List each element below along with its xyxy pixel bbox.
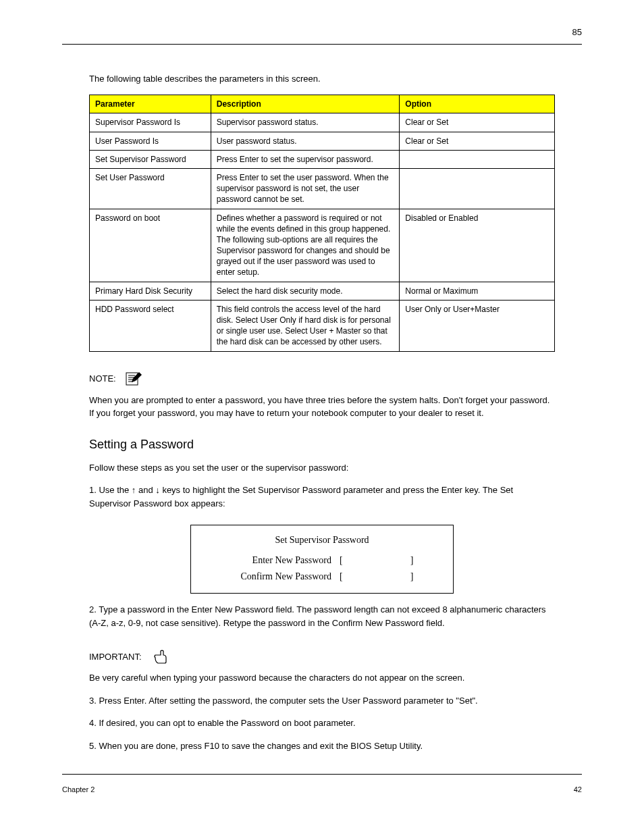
intro-text: The following table describes the parame… bbox=[89, 73, 582, 85]
subhead-setting-password: Setting a Password bbox=[89, 438, 582, 452]
note-label: NOTE: bbox=[89, 373, 116, 384]
footer-chapter: Chapter 2 bbox=[62, 785, 95, 793]
footer-page: 42 bbox=[574, 785, 582, 793]
table-cell: User Password Is bbox=[90, 132, 211, 150]
table-cell: Select the hard disk security mode. bbox=[211, 282, 400, 300]
table-cell: Clear or Set bbox=[400, 132, 555, 150]
para-follow-steps: Follow these steps as you set the user o… bbox=[89, 461, 555, 475]
set-supervisor-password-dialog: Set Supervisor Password Enter New Passwo… bbox=[190, 525, 454, 594]
table-cell: User password status. bbox=[211, 132, 400, 150]
step-3: 3. Press Enter. After setting the passwo… bbox=[89, 694, 555, 708]
table-cell: Press Enter to set the supervisor passwo… bbox=[211, 150, 400, 168]
step-1: 1. Use the ↑ and ↓ keys to highlight the… bbox=[89, 484, 555, 510]
header-rule bbox=[62, 44, 582, 45]
table-cell: Defines whether a password is required o… bbox=[211, 209, 400, 282]
table-cell: This field controls the access level of … bbox=[211, 300, 400, 351]
table-cell: Normal or Maximum bbox=[400, 282, 555, 300]
bracket-close: ] bbox=[410, 571, 414, 582]
bracket-open: [ bbox=[340, 571, 343, 582]
table-row: Primary Hard Disk SecuritySelect the har… bbox=[90, 282, 555, 300]
note-body: When you are prompted to enter a passwor… bbox=[89, 394, 555, 420]
bracket-open: [ bbox=[340, 555, 343, 566]
table-row: HDD Password selectThis field controls t… bbox=[90, 300, 555, 351]
important-label: IMPORTANT: bbox=[89, 652, 142, 662]
table-row: Password on bootDefines whether a passwo… bbox=[90, 209, 555, 282]
table-cell: Set User Password bbox=[90, 168, 211, 209]
table-header-row: Parameter Description Option bbox=[90, 95, 555, 113]
step-2: 2. Type a password in the Enter New Pass… bbox=[89, 603, 555, 629]
dialog-row-confirm: Confirm New Password [ ] bbox=[205, 571, 439, 582]
step-4: 4. If desired, you can opt to enable the… bbox=[89, 716, 555, 730]
dialog-title: Set Supervisor Password bbox=[205, 535, 439, 546]
parameters-table: Parameter Description Option Supervisor … bbox=[89, 95, 555, 351]
col-header-parameter: Parameter bbox=[90, 95, 211, 113]
table-cell: Primary Hard Disk Security bbox=[90, 282, 211, 300]
table-row: Set User PasswordPress Enter to set the … bbox=[90, 168, 555, 209]
table-cell bbox=[400, 168, 555, 209]
pencil-icon bbox=[126, 371, 144, 387]
table-cell: User Only or User+Master bbox=[400, 300, 555, 351]
col-header-description: Description bbox=[211, 95, 400, 113]
table-cell: HDD Password select bbox=[90, 300, 211, 351]
col-header-option: Option bbox=[400, 95, 555, 113]
table-cell bbox=[400, 150, 555, 168]
header-page-number: 85 bbox=[572, 27, 582, 37]
table-cell: Press Enter to set the user password. Wh… bbox=[211, 168, 400, 209]
hand-icon bbox=[151, 648, 170, 664]
table-cell: Disabled or Enabled bbox=[400, 209, 555, 282]
bracket-close: ] bbox=[410, 555, 414, 566]
confirm-new-password-label: Confirm New Password bbox=[205, 571, 340, 582]
important-body: Be very careful when typing your passwor… bbox=[89, 671, 555, 685]
footer-rule bbox=[62, 774, 582, 775]
table-cell: Password on boot bbox=[90, 209, 211, 282]
table-row: User Password IsUser password status.Cle… bbox=[90, 132, 555, 150]
table-row: Supervisor Password IsSupervisor passwor… bbox=[90, 113, 555, 132]
table-row: Set Supervisor PasswordPress Enter to se… bbox=[90, 150, 555, 168]
table-cell: Supervisor Password Is bbox=[90, 113, 211, 132]
table-cell: Set Supervisor Password bbox=[90, 150, 211, 168]
table-cell: Clear or Set bbox=[400, 113, 555, 132]
enter-new-password-label: Enter New Password bbox=[205, 555, 340, 566]
step-5: 5. When you are done, press F10 to save … bbox=[89, 739, 555, 753]
dialog-row-enter: Enter New Password [ ] bbox=[205, 555, 439, 566]
table-cell: Supervisor password status. bbox=[211, 113, 400, 132]
